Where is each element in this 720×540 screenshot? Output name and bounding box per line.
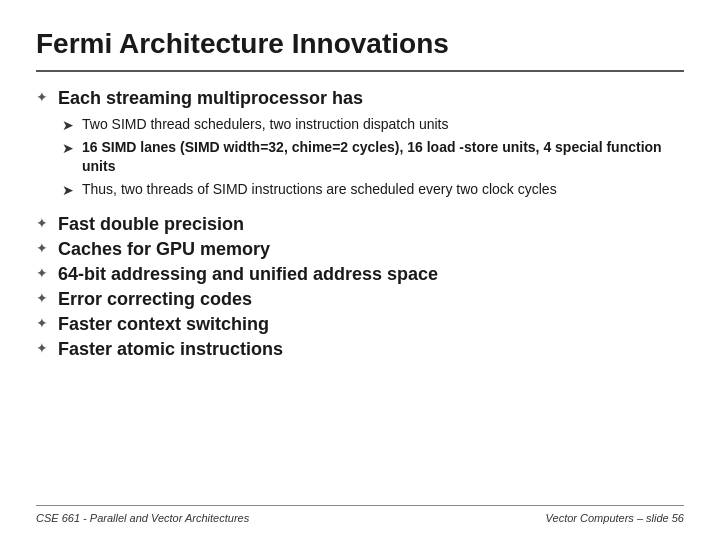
diamond-bullet-4: ✦: [36, 265, 48, 281]
diamond-bullet-6: ✦: [36, 315, 48, 331]
sub-text-3: Thus, two threads of SIMD instructions a…: [82, 180, 557, 200]
bullet-item-5: ✦ Faster atomic instructions: [36, 339, 684, 360]
slide-title: Fermi Architecture Innovations: [36, 28, 684, 60]
bullet-label-2: 64-bit addressing and unified address sp…: [58, 264, 438, 285]
sub-item-1: ➤ Two SIMD thread schedulers, two instru…: [62, 115, 684, 135]
bullet-label-0: Fast double precision: [58, 214, 244, 235]
section1-label: Each streaming multiprocessor has: [58, 88, 363, 109]
bullet-item-3: ✦ Error correcting codes: [36, 289, 684, 310]
diamond-bullet-2: ✦: [36, 215, 48, 231]
bullet-item-4: ✦ Faster context switching: [36, 314, 684, 335]
bullet-label-5: Faster atomic instructions: [58, 339, 283, 360]
bullet-item-0: ✦ Fast double precision: [36, 214, 684, 235]
section1-item: ✦ Each streaming multiprocessor has: [36, 88, 684, 109]
arrow-3: ➤: [62, 182, 74, 198]
bullet-label-3: Error correcting codes: [58, 289, 252, 310]
diamond-bullet-7: ✦: [36, 340, 48, 356]
sub-text-2: 16 SIMD lanes (SIMD width=32, chime=2 cy…: [82, 138, 684, 177]
title-divider: [36, 70, 684, 72]
slide-footer: CSE 661 - Parallel and Vector Architectu…: [36, 505, 684, 524]
sub-text-1: Two SIMD thread schedulers, two instruct…: [82, 115, 449, 135]
diamond-bullet-5: ✦: [36, 290, 48, 306]
footer-left-text: CSE 661 - Parallel and Vector Architectu…: [36, 512, 249, 524]
diamond-bullet-1: ✦: [36, 89, 48, 105]
footer-right-text: Vector Computers – slide 56: [546, 512, 684, 524]
sub-item-2: ➤ 16 SIMD lanes (SIMD width=32, chime=2 …: [62, 138, 684, 177]
bullet-label-1: Caches for GPU memory: [58, 239, 270, 260]
sub-item-3: ➤ Thus, two threads of SIMD instructions…: [62, 180, 684, 200]
bullet-item-1: ✦ Caches for GPU memory: [36, 239, 684, 260]
arrow-1: ➤: [62, 117, 74, 133]
section1-sublist: ➤ Two SIMD thread schedulers, two instru…: [62, 115, 684, 202]
arrow-2: ➤: [62, 140, 74, 156]
slide-content: ✦ Each streaming multiprocessor has ➤ Tw…: [36, 88, 684, 497]
bullet-item-2: ✦ 64-bit addressing and unified address …: [36, 264, 684, 285]
diamond-bullet-3: ✦: [36, 240, 48, 256]
bullet-label-4: Faster context switching: [58, 314, 269, 335]
slide: Fermi Architecture Innovations ✦ Each st…: [0, 0, 720, 540]
bullet-items-list: ✦ Fast double precision ✦ Caches for GPU…: [36, 214, 684, 360]
